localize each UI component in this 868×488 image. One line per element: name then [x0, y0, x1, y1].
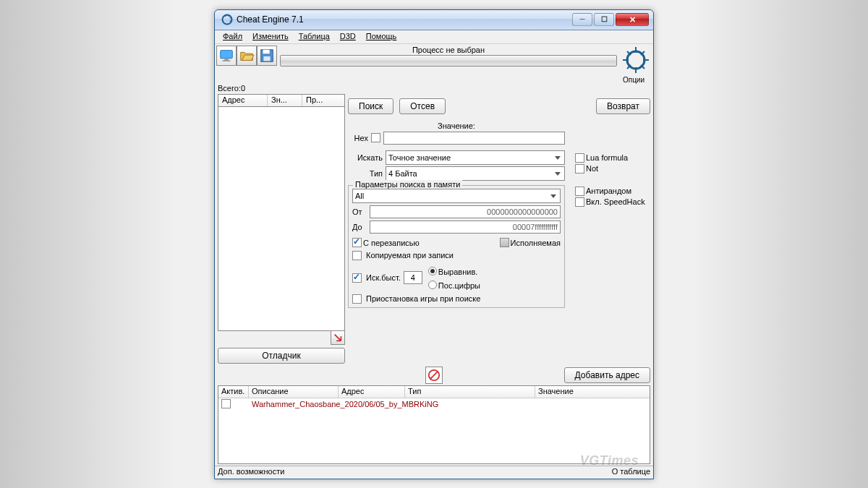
window-title: Cheat Engine 7.1 [237, 14, 572, 25]
process-label: Процесс не выбран [412, 46, 485, 54]
open-file-button[interactable] [237, 46, 257, 66]
value-type-combo[interactable]: 4 Байта [386, 166, 565, 181]
menu-table[interactable]: Таблица [294, 30, 335, 43]
results-list[interactable] [218, 107, 345, 331]
copyonwrite-checkbox[interactable] [352, 251, 362, 260]
pause-game-checkbox[interactable] [352, 294, 362, 304]
row-description[interactable]: Warhammer_Chaosbane_2020/06/05_by_MBRKiN… [249, 400, 535, 408]
svg-line-9 [430, 371, 438, 379]
row-active-checkbox[interactable] [221, 399, 231, 408]
total-row: Всего:0 [215, 84, 653, 93]
undo-scan-button[interactable]: Возврат [596, 98, 650, 114]
hex-label: Hex [348, 134, 368, 142]
svg-rect-1 [221, 50, 233, 58]
side-options: Lua formula Not Антирандом Вкл. SpeedHac… [575, 121, 650, 308]
status-right[interactable]: О таблице [612, 467, 650, 478]
speedhack-checkbox[interactable] [575, 197, 584, 207]
th-addr[interactable]: Адрес [339, 386, 405, 398]
th-desc[interactable]: Описание [249, 386, 339, 398]
groupbox-title: Параметры поиска в памяти [353, 180, 462, 189]
svg-rect-5 [263, 49, 270, 53]
col-address[interactable]: Адрес [218, 95, 268, 106]
cheat-table: Актив. Описание Адрес Тип Значение Warha… [218, 385, 650, 464]
table-row[interactable]: Warhammer_Chaosbane_2020/06/05_by_MBRKiN… [218, 398, 650, 410]
progress-bar [280, 55, 617, 67]
alignment-radio[interactable] [428, 267, 437, 275]
hex-checkbox[interactable] [371, 133, 380, 142]
col-prev[interactable]: Пр... [302, 95, 344, 106]
svg-rect-3 [223, 60, 231, 61]
memory-scan-groupbox: Параметры поиска в памяти All От До С пе… [348, 185, 565, 308]
lua-checkbox[interactable] [575, 153, 584, 163]
to-label: До [352, 223, 367, 231]
fastscan-checkbox[interactable] [352, 273, 362, 283]
lastdigits-radio[interactable] [428, 281, 437, 289]
svg-point-0 [223, 15, 232, 25]
menu-help[interactable]: Помощь [361, 30, 402, 43]
value-input[interactable] [383, 132, 565, 145]
status-left[interactable]: Доп. возможности [218, 467, 284, 478]
th-value[interactable]: Значение [535, 386, 650, 398]
next-scan-button[interactable]: Отсев [399, 98, 446, 114]
svg-rect-2 [224, 59, 229, 60]
results-header: Адрес Зн... Пр... [218, 94, 345, 107]
center-row: Добавить адрес [215, 367, 653, 384]
minimize-button[interactable]: ─ [572, 13, 592, 26]
toolbar: Процесс не выбран Опции [215, 44, 653, 84]
from-label: От [352, 207, 367, 216]
results-panel: Адрес Зн... Пр... Отладчик [218, 94, 345, 364]
window-controls: ─ ☐ ✕ [572, 13, 649, 26]
options-link[interactable]: Опции [623, 76, 644, 84]
ce-logo-icon[interactable] [621, 46, 650, 76]
close-button[interactable]: ✕ [616, 13, 649, 26]
region-combo[interactable]: All [352, 189, 561, 203]
antirandom-checkbox[interactable] [575, 187, 584, 196]
from-input[interactable] [370, 205, 561, 218]
th-type[interactable]: Тип [405, 386, 535, 398]
maximize-button[interactable]: ☐ [594, 13, 614, 26]
scan-type-label: Искать [348, 153, 383, 162]
menu-file[interactable]: Файл [218, 30, 247, 43]
menu-d3d[interactable]: D3D [335, 30, 361, 43]
app-icon [221, 14, 233, 25]
menu-edit[interactable]: Изменить [247, 30, 294, 43]
not-checkbox[interactable] [575, 164, 584, 174]
writable-checkbox[interactable] [352, 238, 362, 247]
save-button[interactable] [257, 46, 277, 66]
cheat-table-header: Актив. Описание Адрес Тип Значение [218, 386, 650, 398]
first-scan-button[interactable]: Поиск [348, 98, 393, 114]
titlebar[interactable]: Cheat Engine 7.1 ─ ☐ ✕ [215, 10, 653, 30]
open-process-button[interactable] [216, 46, 237, 66]
app-window: Cheat Engine 7.1 ─ ☐ ✕ Файл Изменить Таб… [214, 9, 654, 479]
no-process-icon[interactable] [425, 367, 443, 384]
main-area: Адрес Зн... Пр... Отладчик Поиск Отсев В… [215, 93, 653, 365]
value-type-label: Тип [348, 169, 383, 178]
debugger-button[interactable]: Отладчик [218, 348, 345, 364]
to-input[interactable] [370, 221, 561, 234]
add-to-list-button[interactable] [331, 330, 345, 345]
watermark: VGTimes [580, 453, 639, 468]
scan-panel: Поиск Отсев Возврат Значение: Hex Искать… [348, 98, 650, 364]
svg-rect-6 [263, 56, 270, 60]
value-heading: Значение: [348, 121, 565, 130]
scan-type-combo[interactable]: Точное значение [386, 150, 565, 165]
col-value[interactable]: Зн... [268, 95, 302, 106]
executable-checkbox[interactable] [500, 238, 509, 247]
fastscan-input[interactable] [404, 271, 422, 284]
menubar: Файл Изменить Таблица D3D Помощь [215, 30, 653, 44]
th-active[interactable]: Актив. [218, 386, 249, 398]
add-address-button[interactable]: Добавить адрес [564, 367, 650, 383]
